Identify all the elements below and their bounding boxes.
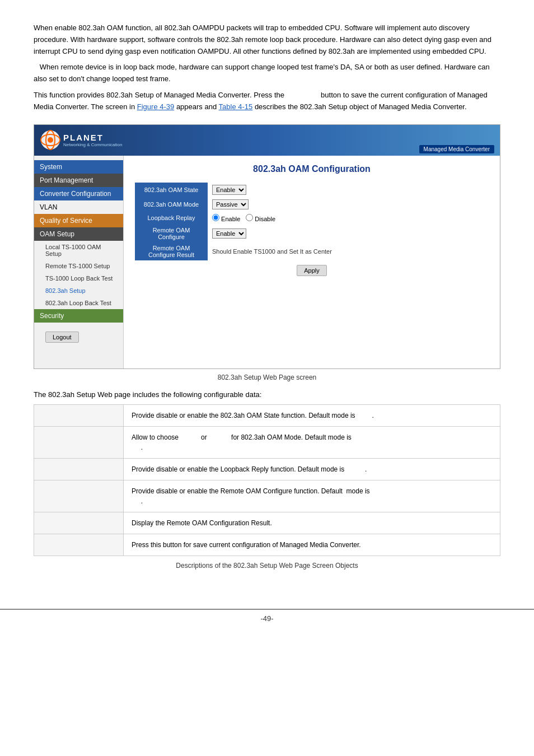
- figure-link[interactable]: Figure 4-39: [137, 102, 174, 111]
- page-number: -49-: [260, 614, 273, 623]
- config-page-title: 802.3ah OAM Configuration: [135, 164, 489, 174]
- sidebar-item-system[interactable]: System: [34, 160, 123, 174]
- result-value: Should Enable TS1000 and Set It as Cente…: [208, 242, 489, 260]
- sidebar-item-8023ah-loop[interactable]: 802.3ah Loop Back Test: [34, 297, 123, 309]
- sidebar-item-converter-config[interactable]: Converter Configuration: [34, 187, 123, 200]
- loopback-disable-radio[interactable]: [246, 214, 253, 221]
- intro-paragraph-3: This function provides 802.3ah Setup of …: [34, 90, 500, 113]
- loopback-radio-group: Enable Disable: [212, 214, 484, 222]
- logo-subtext: Networking & Communication: [63, 142, 122, 147]
- svg-point-3: [48, 137, 53, 143]
- sidebar-item-ts1000-loop[interactable]: TS-1000 Loop Back Test: [34, 272, 123, 284]
- table-row-0: Provide disable or enable the 802.3ah OA…: [34, 404, 500, 426]
- table-row-3: Provide disable or enable the Remote OAM…: [34, 480, 500, 512]
- oam-state-select[interactable]: Enable: [212, 185, 246, 195]
- web-ui-header: PLANET Networking & Communication Manage…: [34, 125, 500, 156]
- sidebar-item-qos[interactable]: Quality of Service: [34, 214, 123, 227]
- loopback-enable-label[interactable]: Enable: [212, 214, 240, 222]
- row-4-content: Display the Remote OAM Configuration Res…: [124, 512, 500, 534]
- logo-text: PLANET: [63, 133, 122, 142]
- row-1-content: Allow to choose or for 802.3ah OAM Mode.…: [124, 426, 500, 458]
- row-2-content: Provide disable or enable the Loopback R…: [124, 458, 500, 480]
- data-table: Provide disable or enable the 802.3ah OA…: [34, 404, 500, 556]
- row-4-label: [34, 512, 124, 534]
- config-row-oam-mode: 802.3ah OAM Mode Passive: [135, 197, 489, 212]
- sidebar-item-security[interactable]: Security: [34, 309, 123, 323]
- configurable-data-intro: The 802.3ah Setup Web page includes the …: [34, 390, 500, 399]
- oam-state-label: 802.3ah OAM State: [135, 183, 208, 197]
- loopback-enable-radio[interactable]: [212, 214, 219, 221]
- row-0-content: Provide disable or enable the 802.3ah OA…: [124, 404, 500, 426]
- data-table-caption: Descriptions of the 802.3ah Setup Web Pa…: [34, 562, 500, 570]
- config-row-loopback: Loopback Replay Enable Disable: [135, 212, 489, 225]
- row-5-content: Press this button for save current confi…: [124, 534, 500, 556]
- apply-button[interactable]: Apply: [297, 265, 327, 276]
- row-2-label: [34, 458, 124, 480]
- table-row-5: Press this button for save current confi…: [34, 534, 500, 556]
- sidebar-item-vlan[interactable]: VLAN: [34, 200, 123, 214]
- sidebar-item-port-management[interactable]: Port Management: [34, 174, 123, 187]
- row-3-content: Provide disable or enable the Remote OAM…: [124, 480, 500, 512]
- web-ui-screenshot: PLANET Networking & Communication Manage…: [34, 124, 500, 369]
- config-table: 802.3ah OAM State Enable 802.3ah OAM Mod…: [135, 183, 489, 260]
- config-row-remote-oam: Remote OAMConfigure Enable: [135, 225, 489, 242]
- planet-logo-icon: [40, 129, 61, 151]
- intro-paragraph-2: When remote device is in loop back mode,…: [34, 62, 500, 85]
- row-5-label: [34, 534, 124, 556]
- logout-button[interactable]: Logout: [45, 332, 79, 343]
- apply-row: Apply: [135, 260, 489, 281]
- sidebar-item-oam-setup[interactable]: OAM Setup: [34, 227, 123, 241]
- sidebar-item-remote-ts1000[interactable]: Remote TS-1000 Setup: [34, 260, 123, 272]
- loopback-value[interactable]: Enable Disable: [208, 212, 489, 225]
- managed-media-converter-badge: Managed Media Converter: [419, 145, 494, 153]
- row-1-label: [34, 426, 124, 458]
- config-row-oam-state: 802.3ah OAM State Enable: [135, 183, 489, 197]
- result-text: Should Enable TS1000 and Set It as Cente…: [212, 248, 332, 255]
- sidebar: System Port Management Converter Configu…: [34, 156, 124, 368]
- intro-section: When enable 802.3ah OAM function, all 80…: [34, 22, 500, 113]
- result-label: Remote OAMConfigure Result: [135, 242, 208, 260]
- sidebar-item-8023ah-setup[interactable]: 802.3ah Setup: [34, 284, 123, 297]
- table-link[interactable]: Table 4-15: [219, 102, 253, 111]
- loopback-disable-label[interactable]: Disable: [246, 214, 275, 222]
- table-row-2: Provide disable or enable the Loopback R…: [34, 458, 500, 480]
- remote-oam-select[interactable]: Enable: [212, 228, 246, 239]
- remote-oam-value[interactable]: Enable: [208, 225, 489, 242]
- loopback-label: Loopback Replay: [135, 212, 208, 225]
- web-ui-body: System Port Management Converter Configu…: [34, 156, 500, 368]
- web-ui-caption: 802.3ah Setup Web Page screen: [34, 374, 500, 381]
- oam-mode-label: 802.3ah OAM Mode: [135, 197, 208, 212]
- main-content: 802.3ah OAM Configuration 802.3ah OAM St…: [124, 156, 500, 368]
- oam-mode-value[interactable]: Passive: [208, 197, 489, 212]
- row-3-label: [34, 480, 124, 512]
- planet-logo: PLANET Networking & Communication: [40, 129, 122, 151]
- oam-state-value[interactable]: Enable: [208, 183, 489, 197]
- table-row-4: Display the Remote OAM Configuration Res…: [34, 512, 500, 534]
- remote-oam-label: Remote OAMConfigure: [135, 225, 208, 242]
- config-row-result: Remote OAMConfigure Result Should Enable…: [135, 242, 489, 260]
- row-0-label: [34, 404, 124, 426]
- intro-paragraph-1: When enable 802.3ah OAM function, all 80…: [34, 22, 500, 57]
- sidebar-item-local-ts1000[interactable]: Local TS-1000 OAM Setup: [34, 241, 123, 260]
- page-footer: -49-: [0, 609, 534, 627]
- table-row-1: Allow to choose or for 802.3ah OAM Mode.…: [34, 426, 500, 458]
- oam-mode-select[interactable]: Passive: [212, 199, 249, 209]
